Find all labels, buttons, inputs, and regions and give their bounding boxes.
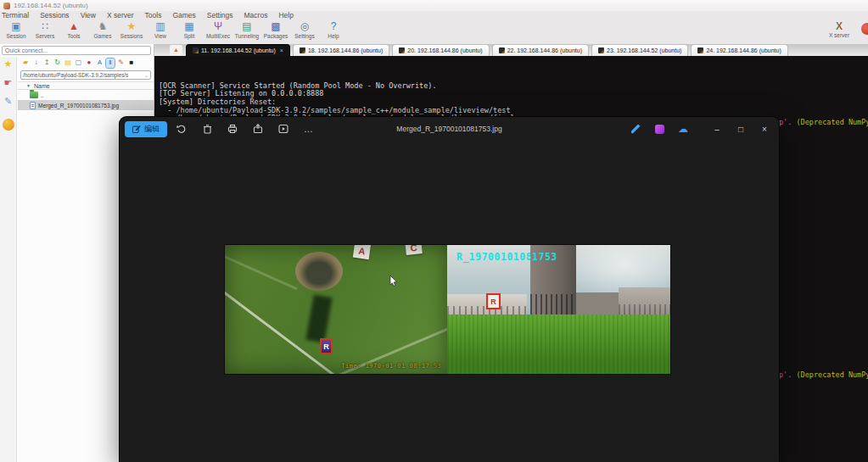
upload-icon[interactable]: ↥ bbox=[42, 58, 51, 68]
rotate-button[interactable] bbox=[171, 120, 193, 137]
moba-home-icon[interactable] bbox=[3, 119, 14, 131]
menu-item[interactable]: Macros bbox=[244, 11, 268, 19]
path-dropdown[interactable]: /home/ubuntu/Payload-SDK-3.9.2/samples/s… bbox=[20, 70, 151, 80]
warning-text: (Deprecated NumPy bbox=[792, 118, 868, 126]
folder-label: .. bbox=[41, 92, 44, 98]
toolbar-label: Settings bbox=[294, 33, 315, 39]
toolbar-icon: ▩ bbox=[271, 20, 280, 33]
refresh-icon[interactable]: ↻ bbox=[53, 58, 62, 68]
session-tab[interactable]: 11. 192.168.144.52 (ubuntu) × bbox=[186, 44, 290, 56]
window-title: 192.168.144.52 (ubuntu) bbox=[14, 2, 88, 9]
menu-item[interactable]: Settings bbox=[207, 11, 233, 19]
session-tab[interactable]: 22. 192.168.144.86 (ubuntu) bbox=[492, 44, 589, 56]
close-button[interactable]: × bbox=[753, 120, 776, 138]
menu-item[interactable]: Games bbox=[172, 11, 195, 19]
games-icon[interactable]: ♞ Games bbox=[88, 20, 117, 44]
markup-button[interactable] bbox=[624, 120, 647, 137]
sort-arrow-icon: ▼ bbox=[26, 83, 31, 88]
tab-label: 22. 192.168.144.86 (ubuntu) bbox=[507, 47, 582, 53]
chevron-down-icon: ⌄ bbox=[144, 72, 148, 78]
sessions-icon[interactable]: ★ Sessions bbox=[117, 20, 146, 44]
aerial-view-half: A C R Time: 1970-01-01 08:17:53 bbox=[225, 245, 447, 374]
multiexec-icon[interactable]: Ψ MultiExec bbox=[204, 20, 232, 44]
star-icon[interactable]: ★ bbox=[4, 58, 13, 70]
split-icon[interactable]: ▦ Split bbox=[175, 20, 204, 44]
warning-prefix: p'. bbox=[779, 370, 792, 379]
column-header-name[interactable]: ▼ Name bbox=[18, 81, 154, 90]
tab-scroll-up-icon[interactable]: ▲ bbox=[170, 45, 182, 55]
building-mid bbox=[576, 292, 619, 316]
terminal-warning-line: p'. (Deprecated NumPy bbox=[779, 370, 868, 379]
clipchamp-button[interactable] bbox=[648, 120, 670, 137]
session-tab[interactable]: 20. 192.168.144.86 (ubuntu) bbox=[392, 44, 489, 56]
maximize-button[interactable]: □ bbox=[730, 120, 752, 138]
toolbar-icon: ★ bbox=[127, 20, 137, 33]
exit-icon[interactable] bbox=[861, 23, 868, 35]
terminal-icon[interactable]: ■ bbox=[127, 58, 136, 68]
slideshow-button[interactable] bbox=[272, 120, 294, 137]
file-row-selected[interactable]: Merged_R_19700101081753.jpg bbox=[18, 100, 154, 110]
xserver-icon: X bbox=[836, 20, 843, 32]
font-icon[interactable]: A bbox=[96, 58, 104, 68]
toolbar-label: Sessions bbox=[120, 33, 143, 39]
menu-item[interactable]: X server bbox=[107, 11, 134, 19]
file-icon[interactable]: ▢ bbox=[75, 58, 83, 68]
share-button[interactable] bbox=[247, 120, 269, 137]
hand-icon[interactable]: ☛ bbox=[4, 77, 13, 88]
folder-icon[interactable]: ▰ bbox=[21, 58, 30, 68]
pencil-icon[interactable]: ✎ bbox=[4, 96, 12, 107]
clipchamp-icon bbox=[655, 125, 664, 134]
toolbar-icon: ▤ bbox=[242, 20, 251, 33]
image-name-overlay: R_19700101081753 bbox=[456, 251, 557, 263]
more-button[interactable]: … bbox=[298, 120, 320, 137]
toolbar-icon: ▲ bbox=[69, 20, 79, 33]
minimize-button[interactable]: – bbox=[706, 120, 728, 138]
tab-label: 24. 192.168.144.86 (ubuntu) bbox=[706, 47, 781, 53]
menu-item[interactable]: Terminal bbox=[2, 11, 29, 19]
print-button[interactable] bbox=[221, 120, 244, 137]
tools-icon[interactable]: ▲ Tools bbox=[59, 20, 88, 44]
menu-item[interactable]: Sessions bbox=[40, 11, 70, 19]
grass-field bbox=[447, 314, 670, 374]
onedrive-button[interactable]: ☁ bbox=[672, 120, 694, 137]
copy-icon[interactable]: ▤ bbox=[64, 58, 72, 68]
servers-icon[interactable]: ∷ Servers bbox=[31, 20, 59, 44]
session-tab[interactable]: 24. 192.168.144.86 (ubuntu) bbox=[691, 44, 787, 56]
view-icon[interactable]: ▥ View bbox=[146, 20, 175, 44]
delete-button[interactable] bbox=[196, 120, 218, 137]
edit-button[interactable]: 编辑 bbox=[125, 121, 167, 137]
settings-icon[interactable]: ◎ Settings bbox=[290, 20, 319, 44]
ground-view-half: R R_19700101081753 bbox=[447, 245, 670, 374]
warning-text: (Deprecated NumPy bbox=[792, 370, 868, 379]
building-right bbox=[619, 287, 670, 316]
detected-marker-r-box: R bbox=[486, 293, 501, 309]
help-icon[interactable]: ? Help bbox=[319, 20, 348, 44]
menu-item[interactable]: Tools bbox=[145, 11, 162, 19]
menu-item[interactable]: View bbox=[81, 11, 96, 19]
toolbar-icon: ♞ bbox=[98, 20, 108, 33]
tunneling-icon[interactable]: ▤ Tunneling bbox=[232, 20, 261, 44]
parent-folder-row[interactable]: .. bbox=[18, 90, 154, 100]
xserver-button[interactable]: X X server bbox=[822, 20, 856, 44]
tab-close-icon[interactable]: × bbox=[280, 47, 283, 53]
terminal-warning-line: p'. (Deprecated NumPy bbox=[779, 118, 868, 126]
trash-icon bbox=[203, 124, 212, 134]
xserver-label: X server bbox=[829, 32, 849, 38]
session-tab[interactable]: 23. 192.168.144.52 (ubuntu) bbox=[591, 44, 688, 56]
edit-pencil-icon bbox=[132, 125, 141, 133]
stop-icon[interactable]: ● bbox=[85, 58, 93, 68]
toolbar-label: Tunneling bbox=[235, 33, 259, 39]
toolbar-label: Session bbox=[6, 33, 25, 39]
tab-terminal-icon bbox=[193, 47, 199, 53]
photos-app-window: 编辑 bbox=[120, 117, 779, 462]
pencil-icon[interactable]: ✎ bbox=[117, 58, 126, 68]
download-icon[interactable]: ↓ bbox=[32, 58, 41, 68]
packages-icon[interactable]: ▩ Packages bbox=[261, 20, 290, 44]
menu-item[interactable]: Help bbox=[278, 11, 293, 19]
merged-photo[interactable]: A C R Time: 1970-01-01 08:17:53 R R_1970… bbox=[225, 245, 670, 374]
session-tab[interactable]: 18. 192.168.144.86 (ubuntu) bbox=[293, 44, 389, 56]
session-icon[interactable]: ▣ Session bbox=[2, 20, 31, 44]
tab-terminal-icon bbox=[399, 47, 405, 53]
pause-icon[interactable]: ‖ bbox=[106, 58, 115, 68]
quick-connect-input[interactable] bbox=[2, 46, 151, 55]
